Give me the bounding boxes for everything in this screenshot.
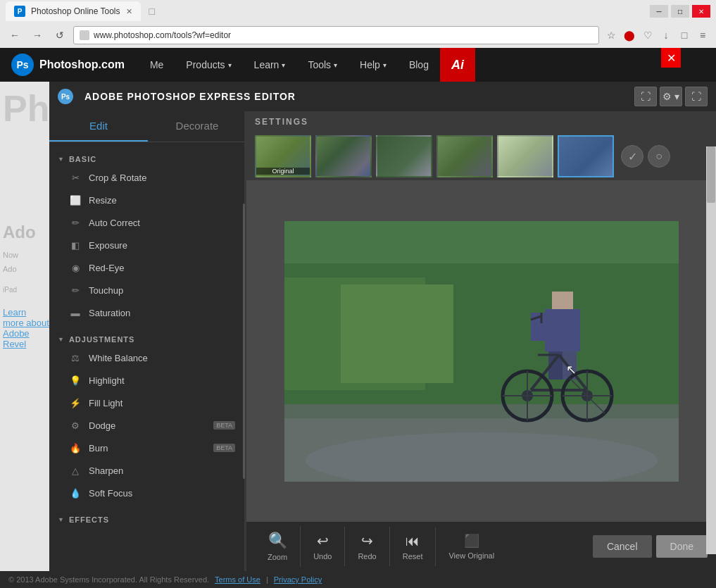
address-bar[interactable]: www.photoshop.com/tools?wf=editor xyxy=(73,26,599,44)
redo-tool[interactable]: ↪ Redo xyxy=(345,527,389,566)
check-icon: ✓ xyxy=(628,150,637,163)
crop-icon: ✂ xyxy=(69,171,82,184)
nav-item-products[interactable]: Products ▾ xyxy=(175,49,242,80)
sidebar-item-whitebalance[interactable]: ⚖ White Balance xyxy=(49,346,246,369)
title-bar: P Photoshop Online Tools ✕ □ ─ □ ✕ xyxy=(0,0,716,23)
sidebar-item-crop[interactable]: ✂ Crop & Rotate xyxy=(49,166,246,189)
settings-label: SETTINGS xyxy=(255,117,308,127)
sidebar-item-resize[interactable]: ⬜ Resize xyxy=(49,189,246,211)
new-tab-button[interactable]: □ xyxy=(149,6,155,17)
sidebar-item-filllight[interactable]: ⚡ Fill Light xyxy=(49,392,246,414)
sidebar-item-softfocus[interactable]: 💧 Soft Focus xyxy=(49,482,246,504)
nav-item-learn[interactable]: Learn ▾ xyxy=(243,49,297,80)
nav-item-help-label: Help xyxy=(360,59,380,70)
menu-icon[interactable]: ≡ xyxy=(695,27,710,43)
heart-icon[interactable]: ♡ xyxy=(640,27,655,43)
undo-tool[interactable]: ↩ Undo xyxy=(301,527,345,566)
cancel-thumbnail-button[interactable]: ○ xyxy=(648,145,670,168)
view-original-icon: ⬛ xyxy=(464,533,479,549)
editor-toolbar: 🔍 Zoom ↩ Undo ↪ Redo ⏮ xyxy=(246,522,716,571)
record-icon[interactable]: ⬤ xyxy=(622,27,637,43)
sidebar-item-exposure[interactable]: ◧ Exposure xyxy=(49,234,246,256)
basic-section-header[interactable]: ▼ BASIC xyxy=(49,152,246,166)
nav-icons: ☆ ⬤ ♡ ↓ □ ≡ xyxy=(603,27,710,43)
nav-item-blog-label: Blog xyxy=(409,59,429,70)
thumbnail-6[interactable] xyxy=(558,135,614,177)
thumbnail-5[interactable] xyxy=(497,135,553,177)
reset-icon: ⏮ xyxy=(406,533,420,549)
adobe-badge: Ai xyxy=(440,48,475,82)
editor-header-buttons: ⛶ ⚙ ▾ ⛶ xyxy=(634,87,708,106)
reset-tool[interactable]: ⏮ Reset xyxy=(390,527,436,566)
done-button[interactable]: Done xyxy=(656,535,708,558)
adjustments-section-header[interactable]: ▼ ADJUSTMENTS xyxy=(49,332,246,346)
help-arrow-icon: ▾ xyxy=(383,61,387,69)
back-button[interactable]: ← xyxy=(6,26,24,44)
browser-tab[interactable]: P Photoshop Online Tools ✕ xyxy=(6,1,141,21)
sidebar-item-dodge[interactable]: ⚙ Dodge BETA xyxy=(49,414,246,437)
close-window-button[interactable]: ✕ xyxy=(692,5,710,18)
sidebar-section-adjustments: ▼ ADJUSTMENTS ⚖ White Balance 💡 Highligh… xyxy=(49,328,246,508)
sidebar-item-highlight[interactable]: 💡 Highlight xyxy=(49,369,246,392)
sidebar-item-burn[interactable]: 🔥 Burn BETA xyxy=(49,437,246,459)
sidebar-item-touchup[interactable]: ✏ Touchup xyxy=(49,279,246,301)
view-original-tool[interactable]: ⬛ View Original xyxy=(436,527,507,565)
undo-icon: ↩ xyxy=(317,532,329,549)
nav-item-products-label: Products xyxy=(186,59,225,70)
sidebar-item-sharpen[interactable]: △ Sharpen xyxy=(49,459,246,482)
privacy-link[interactable]: Privacy Policy xyxy=(274,575,322,584)
dodge-beta-badge: BETA xyxy=(213,421,235,430)
nav-item-help[interactable]: Help ▾ xyxy=(348,49,398,80)
page-body-text3: Ado xyxy=(3,265,17,273)
tab-edit[interactable]: Edit xyxy=(49,111,148,142)
editor-wand-button[interactable]: ⛶ xyxy=(634,87,657,106)
scrollbar-thumb[interactable] xyxy=(707,146,715,203)
canvas-area[interactable]: ↖ xyxy=(246,180,716,522)
nav-item-tools[interactable]: Tools ▾ xyxy=(296,49,348,80)
thumbnail-2[interactable] xyxy=(315,135,372,177)
nav-item-blog[interactable]: Blog xyxy=(398,49,440,80)
touchup-label: Touchup xyxy=(89,285,123,296)
editor-fullscreen-button[interactable]: ⛶ xyxy=(685,87,708,106)
sidebar-item-saturation[interactable]: ▬ Saturation xyxy=(49,301,246,324)
softfocus-icon: 💧 xyxy=(69,487,82,499)
download-icon[interactable]: ↓ xyxy=(658,27,674,43)
thumbnail-3[interactable] xyxy=(376,135,432,177)
cancel-button[interactable]: Cancel xyxy=(593,535,652,558)
sidebar-item-autocorrect[interactable]: ✏ Auto Correct xyxy=(49,211,246,234)
minimize-button[interactable]: ─ xyxy=(650,5,668,18)
editor-settings-button[interactable]: ⚙ ▾ xyxy=(660,87,682,106)
browser-scrollbar[interactable] xyxy=(706,146,716,554)
editor-title: ADOBE PHOTOSHOP EXPRESS EDITOR xyxy=(84,91,296,102)
zoom-tool[interactable]: 🔍 Zoom xyxy=(255,526,301,567)
autocorrect-icon: ✏ xyxy=(69,216,82,229)
effects-section-header[interactable]: ▼ EFFECTS xyxy=(49,513,246,527)
thumbnail-4[interactable] xyxy=(436,135,493,177)
filllight-label: Fill Light xyxy=(89,398,123,408)
nav-item-me[interactable]: Me xyxy=(139,49,175,80)
copyright-text: © 2013 Adobe Systems Incorporated. All R… xyxy=(8,575,209,584)
settings-bar: SETTINGS xyxy=(246,111,716,132)
refresh-button[interactable]: ↺ xyxy=(51,26,69,44)
thumbnail-original[interactable]: Original xyxy=(255,135,311,177)
tab-decorate[interactable]: Decorate xyxy=(148,111,246,142)
whitebalance-icon: ⚖ xyxy=(69,351,82,364)
highlight-icon: 💡 xyxy=(69,374,82,387)
adjustments-expand-icon: ▼ xyxy=(58,336,65,343)
page-background: Ph Ado Now Ado iPad Learn more about Ado… xyxy=(0,82,49,571)
footer-separator: | xyxy=(266,575,268,584)
screen-icon[interactable]: □ xyxy=(677,27,692,43)
logo-text: Photoshop.com xyxy=(39,58,125,71)
site-logo[interactable]: Ps Photoshop.com xyxy=(11,54,125,76)
apply-thumbnail-button[interactable]: ✓ xyxy=(621,145,643,168)
sidebar-item-redeye[interactable]: ◉ Red-Eye xyxy=(49,256,246,279)
terms-link[interactable]: Terms of Use xyxy=(215,575,260,584)
sidebar-scrollbar[interactable] xyxy=(243,204,245,480)
maximize-button[interactable]: □ xyxy=(671,5,689,18)
revel-link[interactable]: Learn more about Adobe Revel xyxy=(3,307,49,349)
close-overlay-button[interactable]: ✕ xyxy=(661,48,681,68)
bookmark-icon[interactable]: ☆ xyxy=(603,27,619,43)
touchup-icon: ✏ xyxy=(69,284,82,296)
forward-button[interactable]: → xyxy=(28,26,46,44)
tab-close-button[interactable]: ✕ xyxy=(126,7,132,16)
